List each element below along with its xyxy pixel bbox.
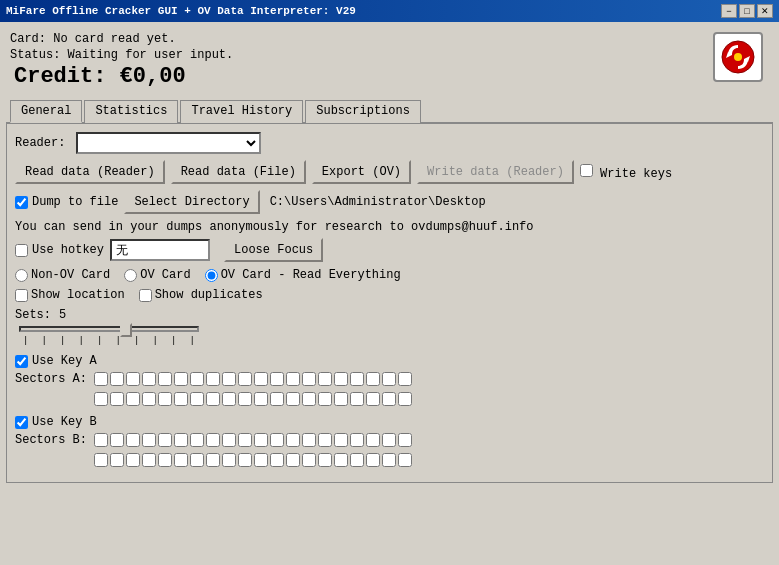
- sector-checkbox-sectors-b-row2-15[interactable]: [334, 453, 348, 467]
- sector-checkbox-sectors-b-row1-2[interactable]: [126, 433, 140, 447]
- tab-general[interactable]: General: [10, 100, 82, 123]
- sector-checkbox-sectors-a-row1-17[interactable]: [366, 372, 380, 386]
- sector-checkbox-sectors-b-row1-19[interactable]: [398, 433, 412, 447]
- sector-checkbox-sectors-a-row2-8[interactable]: [222, 392, 236, 406]
- sector-checkbox-sectors-a-row1-5[interactable]: [174, 372, 188, 386]
- sector-checkbox-sectors-a-row1-14[interactable]: [318, 372, 332, 386]
- sector-checkbox-sectors-a-row2-18[interactable]: [382, 392, 396, 406]
- sector-checkbox-sectors-b-row1-16[interactable]: [350, 433, 364, 447]
- minimize-button[interactable]: −: [721, 4, 737, 18]
- sector-checkbox-sectors-a-row1-0[interactable]: [94, 372, 108, 386]
- sector-checkbox-sectors-a-row2-2[interactable]: [126, 392, 140, 406]
- sector-checkbox-sectors-a-row2-5[interactable]: [174, 392, 188, 406]
- sector-checkbox-sectors-a-row1-13[interactable]: [302, 372, 316, 386]
- sector-checkbox-sectors-a-row1-8[interactable]: [222, 372, 236, 386]
- tab-subscriptions[interactable]: Subscriptions: [305, 100, 421, 123]
- sector-checkbox-sectors-b-row2-11[interactable]: [270, 453, 284, 467]
- sector-checkbox-sectors-b-row2-19[interactable]: [398, 453, 412, 467]
- reader-select[interactable]: [76, 132, 261, 154]
- ov-card-radio[interactable]: [124, 269, 137, 282]
- write-keys-checkbox[interactable]: [580, 164, 593, 177]
- close-button[interactable]: ✕: [757, 4, 773, 18]
- sector-checkbox-sectors-a-row1-7[interactable]: [206, 372, 220, 386]
- sector-checkbox-sectors-b-row1-7[interactable]: [206, 433, 220, 447]
- ov-card-read-everything-radio[interactable]: [205, 269, 218, 282]
- sector-checkbox-sectors-a-row1-16[interactable]: [350, 372, 364, 386]
- sector-checkbox-sectors-a-row2-4[interactable]: [158, 392, 172, 406]
- sector-checkbox-sectors-b-row2-2[interactable]: [126, 453, 140, 467]
- sector-checkbox-sectors-a-row2-9[interactable]: [238, 392, 252, 406]
- sector-checkbox-sectors-b-row2-4[interactable]: [158, 453, 172, 467]
- sector-checkbox-sectors-a-row1-1[interactable]: [110, 372, 124, 386]
- sector-checkbox-sectors-a-row2-7[interactable]: [206, 392, 220, 406]
- sector-checkbox-sectors-a-row2-14[interactable]: [318, 392, 332, 406]
- sector-checkbox-sectors-b-row2-1[interactable]: [110, 453, 124, 467]
- sector-checkbox-sectors-b-row2-9[interactable]: [238, 453, 252, 467]
- sector-checkbox-sectors-b-row1-9[interactable]: [238, 433, 252, 447]
- sector-checkbox-sectors-a-row1-4[interactable]: [158, 372, 172, 386]
- sector-checkbox-sectors-a-row1-9[interactable]: [238, 372, 252, 386]
- sector-checkbox-sectors-a-row2-3[interactable]: [142, 392, 156, 406]
- sector-checkbox-sectors-a-row1-15[interactable]: [334, 372, 348, 386]
- sector-checkbox-sectors-a-row2-0[interactable]: [94, 392, 108, 406]
- sector-checkbox-sectors-a-row1-3[interactable]: [142, 372, 156, 386]
- read-data-reader-button[interactable]: Read data (Reader): [15, 160, 165, 184]
- sector-checkbox-sectors-a-row2-6[interactable]: [190, 392, 204, 406]
- sector-checkbox-sectors-b-row2-7[interactable]: [206, 453, 220, 467]
- sector-checkbox-sectors-b-row2-0[interactable]: [94, 453, 108, 467]
- maximize-button[interactable]: □: [739, 4, 755, 18]
- sector-checkbox-sectors-b-row1-6[interactable]: [190, 433, 204, 447]
- tab-statistics[interactable]: Statistics: [84, 100, 178, 123]
- sector-checkbox-sectors-b-row1-11[interactable]: [270, 433, 284, 447]
- sector-checkbox-sectors-b-row1-0[interactable]: [94, 433, 108, 447]
- sector-checkbox-sectors-a-row2-11[interactable]: [270, 392, 284, 406]
- non-ov-card-radio[interactable]: [15, 269, 28, 282]
- dump-to-file-checkbox[interactable]: [15, 196, 28, 209]
- sector-checkbox-sectors-b-row2-8[interactable]: [222, 453, 236, 467]
- sector-checkbox-sectors-b-row1-12[interactable]: [286, 433, 300, 447]
- hotkey-input[interactable]: [110, 239, 210, 261]
- sector-checkbox-sectors-b-row2-12[interactable]: [286, 453, 300, 467]
- sector-checkbox-sectors-a-row2-13[interactable]: [302, 392, 316, 406]
- sector-checkbox-sectors-b-row2-14[interactable]: [318, 453, 332, 467]
- sector-checkbox-sectors-b-row1-8[interactable]: [222, 433, 236, 447]
- show-duplicates-checkbox[interactable]: [139, 289, 152, 302]
- tab-travel-history[interactable]: Travel History: [180, 100, 303, 123]
- sector-checkbox-sectors-a-row2-10[interactable]: [254, 392, 268, 406]
- sector-checkbox-sectors-a-row1-2[interactable]: [126, 372, 140, 386]
- sector-checkbox-sectors-b-row1-18[interactable]: [382, 433, 396, 447]
- sector-checkbox-sectors-b-row1-3[interactable]: [142, 433, 156, 447]
- sector-checkbox-sectors-a-row2-19[interactable]: [398, 392, 412, 406]
- sector-checkbox-sectors-b-row1-1[interactable]: [110, 433, 124, 447]
- sector-checkbox-sectors-b-row1-10[interactable]: [254, 433, 268, 447]
- sector-checkbox-sectors-a-row1-19[interactable]: [398, 372, 412, 386]
- sector-checkbox-sectors-a-row1-11[interactable]: [270, 372, 284, 386]
- sector-checkbox-sectors-b-row2-10[interactable]: [254, 453, 268, 467]
- sector-checkbox-sectors-a-row2-16[interactable]: [350, 392, 364, 406]
- export-ov-button[interactable]: Export (OV): [312, 160, 411, 184]
- sector-checkbox-sectors-b-row2-18[interactable]: [382, 453, 396, 467]
- sector-checkbox-sectors-b-row1-17[interactable]: [366, 433, 380, 447]
- sector-checkbox-sectors-b-row2-13[interactable]: [302, 453, 316, 467]
- sector-checkbox-sectors-b-row1-14[interactable]: [318, 433, 332, 447]
- sector-checkbox-sectors-b-row1-4[interactable]: [158, 433, 172, 447]
- sector-checkbox-sectors-b-row2-5[interactable]: [174, 453, 188, 467]
- use-key-a-checkbox[interactable]: [15, 355, 28, 368]
- select-directory-button[interactable]: Select Directory: [124, 190, 259, 214]
- sector-checkbox-sectors-a-row1-6[interactable]: [190, 372, 204, 386]
- sector-checkbox-sectors-b-row2-16[interactable]: [350, 453, 364, 467]
- loose-focus-button[interactable]: Loose Focus: [224, 238, 323, 262]
- read-data-file-button[interactable]: Read data (File): [171, 160, 306, 184]
- sector-checkbox-sectors-a-row1-18[interactable]: [382, 372, 396, 386]
- write-data-reader-button[interactable]: Write data (Reader): [417, 160, 574, 184]
- sector-checkbox-sectors-b-row2-3[interactable]: [142, 453, 156, 467]
- sector-checkbox-sectors-a-row1-10[interactable]: [254, 372, 268, 386]
- sector-checkbox-sectors-b-row2-17[interactable]: [366, 453, 380, 467]
- sector-checkbox-sectors-a-row2-1[interactable]: [110, 392, 124, 406]
- show-location-checkbox[interactable]: [15, 289, 28, 302]
- sector-checkbox-sectors-a-row2-12[interactable]: [286, 392, 300, 406]
- use-key-b-checkbox[interactable]: [15, 416, 28, 429]
- use-hotkey-checkbox[interactable]: [15, 244, 28, 257]
- sector-checkbox-sectors-a-row2-17[interactable]: [366, 392, 380, 406]
- sector-checkbox-sectors-a-row1-12[interactable]: [286, 372, 300, 386]
